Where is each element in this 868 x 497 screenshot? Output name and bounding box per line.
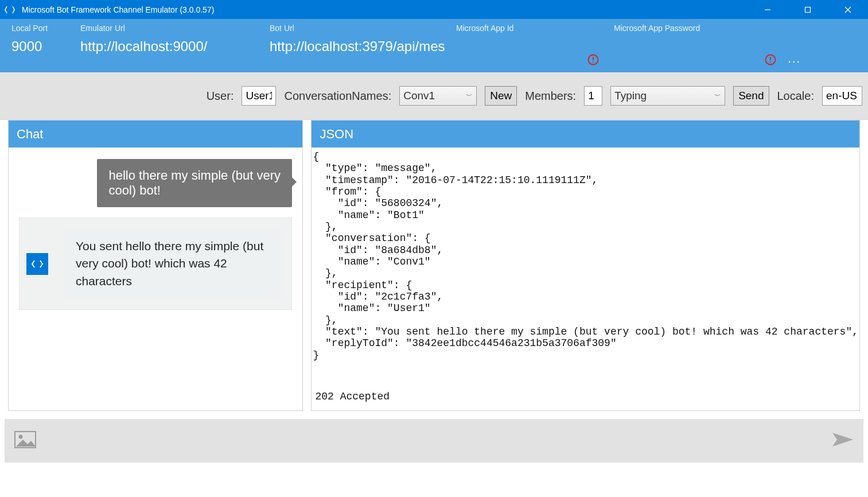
app-password-field[interactable]: Microsoft App Password ... <box>602 24 809 72</box>
conversation-select[interactable]: Conv1 ﹀ <box>399 86 477 106</box>
composer-bar <box>5 419 863 463</box>
app-icon <box>0 5 20 15</box>
app-id-field[interactable]: Microsoft App Id <box>445 24 602 72</box>
outgoing-message-bubble[interactable]: hello there my simple (but very cool) bo… <box>97 159 292 207</box>
alert-icon <box>765 54 776 65</box>
json-status: 202 Accepted <box>314 391 391 402</box>
locale-label: Locale: <box>777 90 815 103</box>
app-id-label: Microsoft App Id <box>445 24 602 33</box>
incoming-message-bubble: You sent hello there my simple (but very… <box>64 228 285 299</box>
image-icon[interactable] <box>14 430 37 451</box>
user-input[interactable] <box>242 86 276 106</box>
window-controls <box>748 0 868 19</box>
json-body: { "type": "message", "timestamp": "2016-… <box>312 147 859 410</box>
send-button[interactable]: Send <box>733 86 769 106</box>
json-panel: JSON { "type": "message", "timestamp": "… <box>311 120 860 411</box>
members-input[interactable] <box>584 86 602 106</box>
outgoing-message-row: hello there my simple (but very cool) bo… <box>19 159 292 207</box>
local-port-value: 9000 <box>0 38 69 55</box>
minimize-button[interactable] <box>748 0 788 19</box>
app-password-label: Microsoft App Password <box>602 24 809 33</box>
members-label: Members: <box>525 90 576 103</box>
app-password-input[interactable] <box>602 38 769 55</box>
chat-panel-title: Chat <box>9 121 302 147</box>
alert-icon <box>587 54 599 65</box>
maximize-button[interactable] <box>788 0 828 19</box>
message-input[interactable] <box>42 424 826 458</box>
bot-url-input[interactable] <box>258 38 445 55</box>
locale-input[interactable] <box>822 86 862 106</box>
svg-rect-1 <box>805 7 811 12</box>
chevron-down-icon: ﹀ <box>714 91 721 101</box>
local-port-label: Local Port <box>0 24 69 33</box>
titlebar: Microsoft Bot Framework Channel Emulator… <box>0 0 868 19</box>
toolbar: User: ConversationNames: Conv1 ﹀ New Mem… <box>0 72 868 120</box>
user-label: User: <box>207 90 234 103</box>
json-panel-title: JSON <box>312 121 859 147</box>
main-area: Chat hello there my simple (but very coo… <box>0 120 868 419</box>
svg-point-9 <box>770 61 771 63</box>
bot-avatar-icon <box>26 253 48 275</box>
json-content[interactable]: { "type": "message", "timestamp": "2016-… <box>312 147 859 364</box>
window-title: Microsoft Bot Framework Channel Emulator… <box>20 5 748 14</box>
config-bar: Local Port 9000 Emulator Url http://loca… <box>0 19 868 72</box>
more-button[interactable]: ... <box>788 52 809 65</box>
app-id-input[interactable] <box>445 38 602 55</box>
activity-select[interactable]: Typing ﹀ <box>610 86 725 106</box>
emulator-url-field: Emulator Url http://localhost:9000/ <box>69 24 258 72</box>
conversation-names-label: ConversationNames: <box>284 90 391 103</box>
emulator-url-label: Emulator Url <box>69 24 258 33</box>
close-button[interactable] <box>828 0 868 19</box>
send-icon[interactable] <box>831 430 854 451</box>
chevron-down-icon: ﹀ <box>466 91 473 101</box>
chat-body: hello there my simple (but very cool) bo… <box>9 147 302 410</box>
emulator-url-value: http://localhost:9000/ <box>69 38 258 55</box>
new-button[interactable]: New <box>485 86 517 106</box>
incoming-message-row[interactable]: You sent hello there my simple (but very… <box>19 218 292 310</box>
svg-point-6 <box>593 61 594 63</box>
bot-url-field[interactable]: Bot Url <box>258 24 445 72</box>
bot-url-label: Bot Url <box>258 24 445 33</box>
svg-point-11 <box>19 435 23 439</box>
local-port-field: Local Port 9000 <box>0 24 69 72</box>
chat-panel: Chat hello there my simple (but very coo… <box>8 120 303 411</box>
